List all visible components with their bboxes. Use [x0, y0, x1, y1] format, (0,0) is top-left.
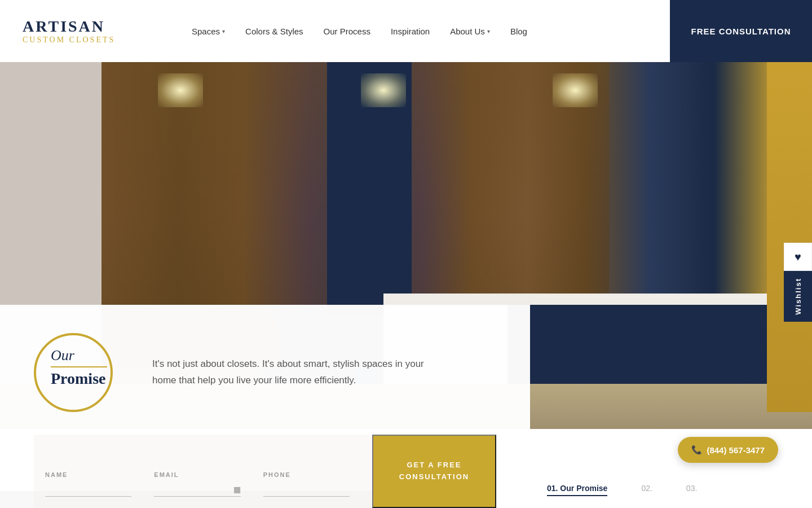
promise-card: Our Promise It's not just about closets.…: [0, 305, 530, 508]
promise-description: It's not just about closets. It's about …: [152, 356, 434, 389]
phone-field: PHONE: [252, 471, 361, 497]
right-nav-item-1[interactable]: 01. Our Promise: [547, 484, 607, 496]
chevron-down-icon: ▾: [487, 28, 490, 34]
phone-cta-button[interactable]: 📞 (844) 567-3477: [678, 437, 778, 463]
name-label: NAME: [45, 471, 131, 478]
right-nav-item-2[interactable]: 02.: [641, 484, 652, 496]
main-nav: Spaces ▾ Colors & Styles Our Process Ins…: [158, 27, 670, 36]
right-nav: 01. Our Promise 02. 03.: [530, 471, 812, 508]
divider: [51, 366, 107, 367]
get-free-consultation-button[interactable]: GET A FREE CONSULTATION: [372, 435, 496, 508]
logo[interactable]: ARTISAN CUSTOM CLOSETS: [0, 17, 158, 45]
right-nav-item-3[interactable]: 03.: [686, 484, 697, 496]
nav-colors-styles[interactable]: Colors & Styles: [245, 27, 303, 36]
header: ARTISAN CUSTOM CLOSETS Spaces ▾ Colors &…: [0, 0, 812, 62]
phone-icon: 📞: [691, 445, 702, 455]
phone-label: PHONE: [263, 471, 350, 478]
promise-word: Promise: [51, 370, 107, 388]
nav-spaces[interactable]: Spaces ▾: [192, 27, 225, 36]
wishlist-label[interactable]: Wishlist: [784, 271, 812, 322]
email-icon: ▦: [233, 485, 241, 494]
nav-about-us[interactable]: About Us ▾: [450, 27, 490, 36]
consultation-form: NAME EMAIL ▦ PHONE: [34, 435, 496, 508]
chevron-down-icon: ▾: [222, 28, 225, 34]
email-field: EMAIL ▦: [143, 471, 251, 497]
logo-bottom: CUSTOM CLOSETS: [23, 36, 135, 45]
free-consultation-button[interactable]: FREE CONSULTATION: [670, 0, 812, 62]
phone-input[interactable]: [263, 483, 350, 497]
name-field: NAME: [34, 471, 143, 497]
wishlist-sidebar[interactable]: ♥ Wishlist: [784, 243, 812, 322]
nav-inspiration[interactable]: Inspiration: [391, 27, 430, 36]
our-text: Our: [51, 347, 107, 364]
logo-top: ARTISAN: [23, 17, 135, 36]
form-fields: NAME EMAIL ▦ PHONE: [34, 435, 372, 508]
promise-circle: Our Promise: [34, 333, 124, 412]
email-input[interactable]: [154, 483, 240, 497]
name-input[interactable]: [45, 483, 131, 497]
wishlist-heart-icon[interactable]: ♥: [784, 243, 812, 271]
nav-our-process[interactable]: Our Process: [324, 27, 370, 36]
nav-blog[interactable]: Blog: [510, 27, 527, 36]
email-label: EMAIL: [154, 471, 240, 478]
